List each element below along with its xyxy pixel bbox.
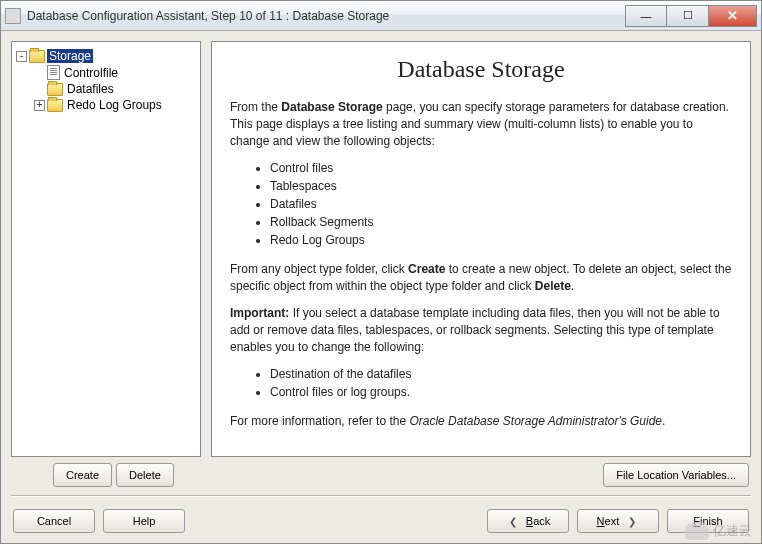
tree-label-controlfile[interactable]: Controlfile <box>62 66 120 80</box>
create-button[interactable]: Create <box>53 463 112 487</box>
expand-icon[interactable]: + <box>34 100 45 111</box>
app-icon <box>5 8 21 24</box>
tree-node-storage[interactable]: - Storage <box>16 48 196 64</box>
list-item: Tablespaces <box>270 177 732 195</box>
tree-label-redolog[interactable]: Redo Log Groups <box>65 98 164 112</box>
intro-paragraph: From the Database Storage page, you can … <box>230 99 732 149</box>
finish-button[interactable]: Finish <box>667 509 749 533</box>
document-icon <box>47 65 60 80</box>
main-row: - Storage Controlfile <box>11 41 751 457</box>
tree-label-storage[interactable]: Storage <box>47 49 93 63</box>
tree-node-datafiles[interactable]: Datafiles <box>34 81 196 97</box>
folder-icon <box>29 50 45 63</box>
folder-icon <box>47 99 63 112</box>
window-title: Database Configuration Assistant, Step 1… <box>27 9 625 23</box>
tree-node-controlfile[interactable]: Controlfile <box>34 64 196 81</box>
template-list: Destination of the datafiles Control fil… <box>270 365 732 401</box>
close-button[interactable]: ✕ <box>709 5 757 27</box>
important-paragraph: Important: If you select a database temp… <box>230 305 732 355</box>
list-item: Datafiles <box>270 195 732 213</box>
next-button[interactable]: Next ❯ <box>577 509 659 533</box>
back-button[interactable]: ❮ Back <box>487 509 569 533</box>
more-info-paragraph: For more information, refer to the Oracl… <box>230 413 732 430</box>
actions-row: Create Delete File Location Variables... <box>11 463 751 487</box>
page-title: Database Storage <box>230 56 732 83</box>
folder-icon <box>47 83 63 96</box>
delete-button[interactable]: Delete <box>116 463 174 487</box>
help-button[interactable]: Help <box>103 509 185 533</box>
objects-list: Control files Tablespaces Datafiles Roll… <box>270 159 732 249</box>
list-item: Rollback Segments <box>270 213 732 231</box>
cancel-button[interactable]: Cancel <box>13 509 95 533</box>
list-item: Control files or log groups. <box>270 383 732 401</box>
tree-panel[interactable]: - Storage Controlfile <box>11 41 201 457</box>
create-delete-paragraph: From any object type folder, click Creat… <box>230 261 732 295</box>
app-window: Database Configuration Assistant, Step 1… <box>0 0 762 544</box>
file-location-variables-button[interactable]: File Location Variables... <box>603 463 749 487</box>
titlebar[interactable]: Database Configuration Assistant, Step 1… <box>1 1 761 31</box>
content-panel: Database Storage From the Database Stora… <box>211 41 751 457</box>
chevron-left-icon: ❮ <box>509 516 517 527</box>
maximize-button[interactable]: ☐ <box>667 5 709 27</box>
window-buttons: — ☐ ✕ <box>625 5 757 27</box>
bottom-row: Cancel Help ❮ Back Next ❯ Finish <box>11 505 751 533</box>
minimize-button[interactable]: — <box>625 5 667 27</box>
list-item: Destination of the datafiles <box>270 365 732 383</box>
list-item: Control files <box>270 159 732 177</box>
collapse-icon[interactable]: - <box>16 51 27 62</box>
separator <box>11 495 751 497</box>
tree-label-datafiles[interactable]: Datafiles <box>65 82 116 96</box>
chevron-right-icon: ❯ <box>628 516 636 527</box>
client-area: - Storage Controlfile <box>1 31 761 543</box>
list-item: Redo Log Groups <box>270 231 732 249</box>
tree-node-redolog[interactable]: + Redo Log Groups <box>34 97 196 113</box>
